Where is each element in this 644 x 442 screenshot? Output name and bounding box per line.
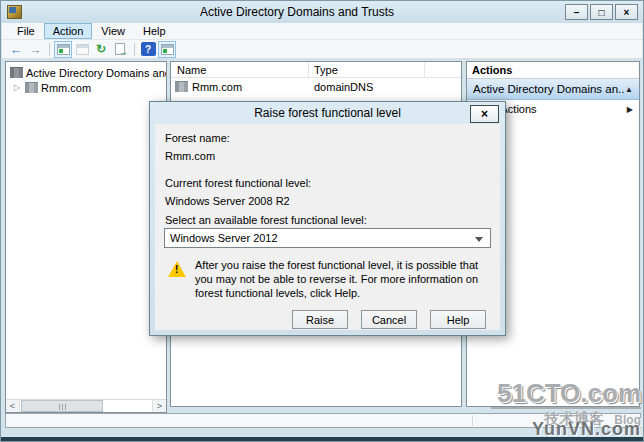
menu-file[interactable]: File bbox=[8, 23, 44, 39]
toolbar-separator bbox=[49, 43, 50, 56]
tree-node-label: Rmm.com bbox=[41, 82, 91, 94]
show-console-tree-button[interactable] bbox=[54, 41, 72, 58]
show-actions-pane-button[interactable] bbox=[158, 41, 176, 58]
select-level-label: Select an available forest functional le… bbox=[165, 214, 367, 226]
tree-node-rmm[interactable]: ▷ Rmm.com bbox=[6, 80, 166, 95]
status-bar-divider bbox=[472, 415, 473, 426]
warning-icon: ! bbox=[168, 261, 186, 277]
close-button[interactable]: × bbox=[615, 4, 638, 20]
dialog-buttons: Raise Cancel Help bbox=[292, 310, 486, 329]
bottom-edge bbox=[1, 437, 643, 441]
collapse-icon[interactable]: ▲ bbox=[625, 85, 633, 94]
actions-pane-title: Actions bbox=[467, 62, 639, 79]
horizontal-scrollbar[interactable]: < > bbox=[6, 399, 166, 412]
forest-icon bbox=[10, 67, 23, 78]
status-bar bbox=[5, 413, 641, 428]
title-bar: Active Directory Domains and Trusts – □ … bbox=[1, 1, 643, 23]
toolbar: ← → ↻ → ? bbox=[2, 40, 642, 59]
forward-button[interactable]: → bbox=[26, 41, 44, 58]
export-list-button[interactable]: → bbox=[111, 41, 129, 58]
scrollbar-thumb[interactable] bbox=[21, 400, 103, 412]
raise-button[interactable]: Raise bbox=[292, 310, 348, 329]
tree-pane: Active Directory Domains and Trusts ▷ Rm… bbox=[5, 61, 167, 413]
scrollbar-track[interactable] bbox=[19, 400, 153, 412]
actions-group-header[interactable]: Active Directory Domains an... ▲ bbox=[467, 79, 639, 100]
forest-name-value: Rmm.com bbox=[165, 150, 215, 162]
scroll-left-icon[interactable]: < bbox=[6, 400, 19, 412]
list-row[interactable]: Rmm.com domainDNS bbox=[171, 79, 461, 94]
dialog-title: Raise forest functional level bbox=[150, 102, 505, 124]
dialog-close-button[interactable]: × bbox=[470, 105, 499, 123]
minimize-button[interactable]: – bbox=[565, 4, 588, 20]
export-list-icon: → bbox=[115, 43, 125, 55]
expander-icon[interactable]: ▷ bbox=[14, 83, 22, 92]
properties-icon bbox=[76, 44, 89, 55]
forest-name-label: Forest name: bbox=[165, 132, 230, 144]
tree-root-label: Active Directory Domains and Trusts bbox=[26, 67, 166, 79]
window-controls: – □ × bbox=[565, 4, 638, 20]
help-button-dialog[interactable]: Help bbox=[430, 310, 486, 329]
console-window-icon bbox=[57, 44, 70, 55]
raise-forest-level-dialog: Raise forest functional level × Forest n… bbox=[149, 101, 506, 336]
column-header-type[interactable]: Type bbox=[309, 62, 425, 77]
dropdown-selected-value: Windows Server 2012 bbox=[170, 232, 278, 244]
window-title: Active Directory Domains and Trusts bbox=[41, 1, 553, 23]
toolbar-separator bbox=[134, 43, 135, 56]
help-button[interactable]: ? bbox=[139, 41, 157, 58]
menu-action[interactable]: Action bbox=[44, 23, 93, 39]
functional-level-dropdown[interactable]: Windows Server 2012 bbox=[164, 228, 491, 248]
scroll-right-icon[interactable]: > bbox=[153, 400, 166, 412]
domain-icon bbox=[25, 82, 38, 93]
chevron-down-icon bbox=[475, 237, 483, 242]
tree-root-node[interactable]: Active Directory Domains and Trusts bbox=[6, 65, 166, 80]
back-button[interactable]: ← bbox=[7, 41, 25, 58]
refresh-icon: ↻ bbox=[96, 42, 106, 56]
forward-icon: → bbox=[29, 42, 42, 57]
actions-pane-icon bbox=[161, 44, 174, 55]
warning-text: After you raise the forest functional le… bbox=[195, 258, 488, 300]
list-cell-type: domainDNS bbox=[309, 81, 425, 93]
current-level-label: Current forest functional level: bbox=[165, 177, 311, 189]
maximize-button[interactable]: □ bbox=[590, 4, 613, 20]
current-level-value: Windows Server 2008 R2 bbox=[165, 195, 290, 207]
app-window: Active Directory Domains and Trusts – □ … bbox=[0, 0, 644, 442]
submenu-arrow-icon: ▶ bbox=[627, 105, 633, 114]
list-header: Name Type bbox=[171, 62, 461, 78]
menu-help[interactable]: Help bbox=[134, 23, 175, 39]
actions-group-label: Active Directory Domains an... bbox=[473, 83, 625, 95]
back-icon: ← bbox=[10, 42, 23, 57]
properties-button[interactable] bbox=[73, 41, 91, 58]
list-cell-name: Rmm.com bbox=[192, 81, 242, 93]
app-icon bbox=[7, 5, 22, 19]
dialog-body: Forest name: Rmm.com Current forest func… bbox=[155, 124, 500, 330]
menu-bar: File Action View Help bbox=[2, 23, 642, 40]
column-header-name[interactable]: Name bbox=[171, 62, 309, 77]
menu-view[interactable]: View bbox=[92, 23, 134, 39]
cancel-button[interactable]: Cancel bbox=[361, 310, 417, 329]
domain-icon bbox=[175, 81, 188, 92]
refresh-button[interactable]: ↻ bbox=[92, 41, 110, 58]
help-icon: ? bbox=[141, 42, 156, 56]
